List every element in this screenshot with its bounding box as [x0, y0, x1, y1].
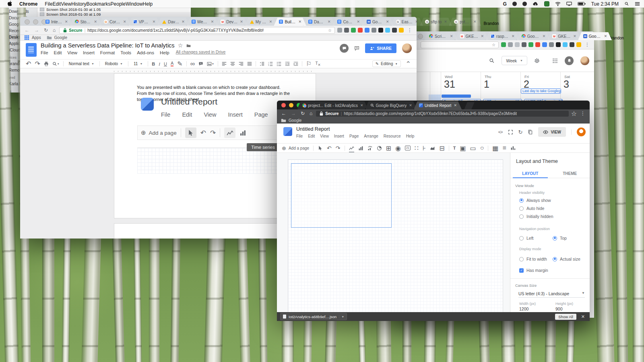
align-left-icon[interactable]: [222, 62, 227, 66]
radio-nav-position-top[interactable]: Top: [553, 236, 567, 241]
browser-tab-google[interactable]: 30Google✕: [361, 18, 394, 26]
menu-item-bookmarks[interactable]: Bookmarks: [87, 1, 111, 7]
apple-menu-icon[interactable]: [4, 1, 16, 7]
finder-file-row[interactable]: Screen Shot 2018-01-30 at 1.09: [37, 12, 191, 17]
spotlight-icon[interactable]: [624, 2, 629, 6]
tab-close-icon[interactable]: ✕: [182, 20, 185, 24]
menu-item-view[interactable]: View: [61, 1, 71, 7]
font-family-select[interactable]: Roboto▼: [103, 62, 124, 66]
pointer-icon[interactable]: [318, 146, 323, 151]
extension-icon[interactable]: [570, 42, 574, 47]
bulleted-list-icon[interactable]: [277, 62, 281, 66]
notification-center-icon[interactable]: [635, 2, 640, 6]
radio-display-mode-fit-to-width[interactable]: Fit to width: [519, 257, 547, 261]
align-justify-icon[interactable]: [247, 62, 252, 66]
menu-item-file[interactable]: File: [45, 1, 52, 7]
print-icon[interactable]: [44, 62, 49, 66]
browser-tab-gke-nod[interactable]: MGKE Nod✕: [547, 32, 581, 40]
comment-icon[interactable]: [354, 46, 359, 51]
undo-icon[interactable]: ↶: [26, 60, 31, 68]
tab-close-icon[interactable]: ✕: [454, 103, 457, 107]
new-tab-button[interactable]: [464, 102, 475, 109]
bar-chart-icon[interactable]: [358, 146, 363, 151]
browser-tab-west-c[interactable]: West C✕: [186, 18, 219, 26]
tab-close-icon[interactable]: ✕: [123, 20, 126, 24]
extension-icon[interactable]: [344, 28, 349, 33]
extension-icon[interactable]: [351, 28, 356, 33]
menu-app-name[interactable]: Chrome: [16, 1, 41, 7]
extension-icon[interactable]: [358, 28, 363, 33]
extension-icon[interactable]: [515, 42, 520, 47]
refresh-icon[interactable]: ↻: [299, 111, 306, 116]
underline-icon[interactable]: U: [164, 62, 167, 66]
extension-icon[interactable]: [563, 42, 568, 47]
doc-title[interactable]: Building a Serverless Data Pipeline: IoT…: [41, 42, 175, 49]
rectangle-icon[interactable]: ▭: [470, 144, 476, 152]
chrome-menu-icon[interactable]: ⋮: [584, 42, 591, 47]
extension-icon[interactable]: [501, 42, 506, 47]
browser-tab-raspber-[interactable]: raspber..✕: [485, 32, 520, 40]
app-dot-icon[interactable]: [512, 2, 517, 6]
docs-menu-file[interactable]: File: [41, 50, 48, 55]
area-chart-icon[interactable]: [430, 146, 435, 151]
tab-close-icon[interactable]: ✕: [211, 20, 214, 24]
browser-tab-vpc-se[interactable]: VPC Se✕: [128, 18, 161, 26]
browser-tab-sftp-to[interactable]: Gsftp to✕: [420, 18, 452, 26]
radio-header-visibility-initially-hidden[interactable]: Initially hidden: [519, 214, 553, 219]
google-apps-grid-icon[interactable]: [552, 58, 558, 64]
docs-menu-view[interactable]: View: [67, 50, 77, 55]
airplay-icon[interactable]: [566, 2, 572, 6]
browser-tab-storag[interactable]: Storag✕: [70, 18, 102, 26]
tab-close-icon[interactable]: ✕: [94, 20, 97, 24]
tab-close-icon[interactable]: ✕: [473, 20, 477, 24]
browser-tab-corp-p[interactable]: OCorp P✕: [99, 18, 131, 26]
numbered-list-icon[interactable]: 123: [268, 62, 273, 66]
day-number[interactable]: 2: [524, 79, 561, 89]
app-dot-icon[interactable]: [522, 2, 527, 6]
wifi-icon[interactable]: [555, 2, 561, 6]
cloud-upload-icon[interactable]: [533, 2, 539, 6]
tab-close-icon[interactable]: ✕: [450, 34, 453, 38]
bold-icon[interactable]: B: [152, 62, 155, 66]
add-a-page-button[interactable]: ⊕Add a page: [282, 145, 309, 151]
extension-icon[interactable]: [365, 28, 369, 33]
calendar-event-bar[interactable]: [442, 95, 471, 98]
docs-ruler[interactable]: [20, 68, 417, 73]
paint-format-icon[interactable]: ⚐: [306, 60, 312, 68]
save-status[interactable]: All changes saved in Drive: [176, 49, 226, 54]
tab-close-icon[interactable]: ✕: [573, 34, 576, 38]
chrome-window-datastudio[interactable]: project... Edit - Iot2Analytics✕Google B…: [277, 101, 590, 318]
extension-icon[interactable]: [576, 42, 581, 47]
extension-icon[interactable]: [372, 28, 376, 33]
browser-tab-project-edit-iot2analytics[interactable]: project... Edit - Iot2Analytics✕: [297, 101, 368, 109]
tab-close-icon[interactable]: ✕: [153, 20, 156, 24]
bookmark-apps[interactable]: Apps: [32, 35, 41, 40]
menu-bar-clock[interactable]: Tue 2:34 PM: [591, 1, 619, 7]
pie-chart-icon[interactable]: [377, 146, 382, 151]
undo-icon[interactable]: ↶: [327, 145, 332, 151]
tab-close-icon[interactable]: ✕: [512, 34, 515, 38]
show-all-downloads-button[interactable]: Show All: [555, 314, 576, 320]
align-center-icon[interactable]: [230, 62, 235, 66]
tab-close-icon[interactable]: ✕: [240, 20, 243, 24]
day-number[interactable]: 31: [444, 79, 481, 89]
studio-menu-help[interactable]: Help: [406, 134, 415, 138]
bookmark-google-folder[interactable]: Google: [54, 35, 67, 40]
report-title[interactable]: Untitled Report: [296, 126, 414, 132]
forward-icon[interactable]: →: [33, 28, 40, 33]
refresh-data-icon[interactable]: ↻: [518, 129, 523, 135]
search-icon[interactable]: [489, 58, 495, 64]
menu-item-edit[interactable]: Edit: [53, 1, 61, 7]
docs-menu-tools[interactable]: Tools: [120, 50, 131, 55]
browser-tab-my-dri[interactable]: My Dri✕: [245, 18, 277, 26]
fullscreen-icon[interactable]: [508, 130, 513, 135]
extension-icon[interactable]: [549, 42, 554, 47]
indent-decrease-icon[interactable]: [285, 62, 290, 66]
tab-close-icon[interactable]: ✕: [298, 20, 301, 24]
insert-link-icon[interactable]: ∞: [190, 60, 195, 68]
forward-icon[interactable]: →: [290, 111, 297, 116]
chrome-profile-name[interactable]: Brandon: [609, 36, 629, 40]
calendar-event-outlined[interactable]: Last day to take Googlege: [521, 88, 561, 94]
align-right-icon[interactable]: [239, 62, 244, 66]
browser-tab-davita[interactable]: Davita✕: [157, 18, 190, 26]
